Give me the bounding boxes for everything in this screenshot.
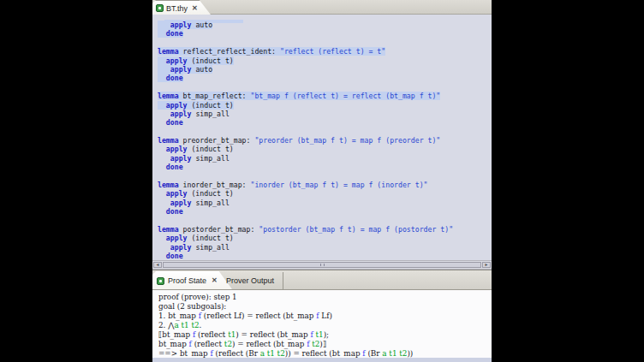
proof-line: goal (2 subgoals):: [158, 302, 492, 312]
code-line[interactable]: [158, 217, 492, 225]
proof-state-output: proof (prove): step 1goal (2 subgoals):1…: [158, 293, 492, 359]
code-line[interactable]: apply auto: [158, 65, 492, 74]
tab-bt-thy[interactable]: BT.thy ✕: [152, 0, 212, 15]
scrollbar-thumb[interactable]: [163, 262, 481, 268]
code-line[interactable]: done: [158, 29, 492, 38]
code-line[interactable]: apply (induct t): [158, 145, 492, 153]
code-line[interactable]: apply (induct t): [158, 56, 492, 65]
proof-line: 1. bt_map f (reflect Lf) = reflect (bt_m…: [158, 312, 492, 321]
letterbox-left: [0, 0, 152, 362]
proof-line: 2. ⋀a t1 t2.: [158, 321, 492, 330]
code-line[interactable]: apply simp_all: [158, 154, 492, 163]
horizontal-scrollbar[interactable]: ◄ ►: [152, 260, 492, 270]
editor-tab-bar: BT.thy ✕: [152, 0, 492, 15]
code-line[interactable]: apply (induct t): [158, 101, 492, 110]
proof-state-icon: [157, 277, 164, 285]
code-line[interactable]: apply auto: [158, 21, 492, 29]
tab-prover-output[interactable]: Prover Output: [218, 272, 283, 289]
code-line[interactable]: apply (induct t): [158, 234, 492, 242]
code-line[interactable]: apply simp_all: [158, 243, 492, 252]
close-icon[interactable]: ✕: [192, 5, 198, 12]
code-line[interactable]: done: [158, 118, 492, 127]
bottom-tab-bar: Proof State ✕ Prover Output: [152, 270, 492, 289]
code-line[interactable]: apply simp_all: [158, 110, 492, 118]
code-line[interactable]: [158, 128, 492, 136]
code-line[interactable]: lemma preorder_bt_map: "preorder (bt_map…: [158, 136, 492, 145]
code-line[interactable]: done: [158, 74, 492, 82]
close-icon[interactable]: ✕: [212, 277, 218, 284]
code-editor[interactable]: apply auto donelemma reflect_reflect_ide…: [152, 15, 492, 260]
letterbox-right: [492, 0, 644, 362]
code-line[interactable]: lemma inorder_bt_map: "inorder (bt_map f…: [158, 181, 492, 189]
code-line[interactable]: apply simp_all: [158, 199, 492, 207]
editor-lines: apply auto donelemma reflect_reflect_ide…: [158, 16, 492, 260]
scroll-right-arrow-icon[interactable]: ►: [482, 262, 491, 268]
code-line[interactable]: [158, 83, 492, 92]
code-line[interactable]: lemma postorder_bt_map: "postorder (bt_m…: [158, 225, 492, 234]
proof-line: ⟦bt_map f (reflect t1) = reflect (bt_map…: [158, 330, 492, 340]
proof-state-tab-label: Proof State: [168, 276, 206, 285]
scroll-left-arrow-icon[interactable]: ◄: [153, 262, 162, 268]
prover-output-tab-label: Prover Output: [226, 276, 274, 285]
code-line[interactable]: [158, 39, 492, 47]
code-line[interactable]: [158, 172, 492, 181]
proof-line: bt_map f (reflect t2) = reflect (bt_map …: [158, 340, 492, 349]
theory-file-icon: [156, 4, 164, 12]
isabelle-ide-window: BT.thy ✕ apply auto donelemma reflect_re…: [152, 0, 492, 362]
code-line[interactable]: done: [158, 207, 492, 216]
panel-bottom-strip: [152, 358, 492, 362]
code-line[interactable]: done: [158, 163, 492, 171]
code-line[interactable]: lemma reflect_reflect_ident: "reflect (r…: [158, 47, 492, 56]
proof-state-panel: proof (prove): step 1goal (2 subgoals):1…: [152, 289, 492, 362]
code-line[interactable]: done: [158, 252, 492, 260]
editor-tab-label: BT.thy: [166, 4, 188, 13]
proof-line: proof (prove): step 1: [158, 293, 492, 302]
code-line[interactable]: lemma bt_map_reflect: "bt_map f (reflect…: [158, 92, 492, 100]
scrollbar-grip: [320, 264, 325, 266]
code-line[interactable]: apply (induct t): [158, 189, 492, 198]
